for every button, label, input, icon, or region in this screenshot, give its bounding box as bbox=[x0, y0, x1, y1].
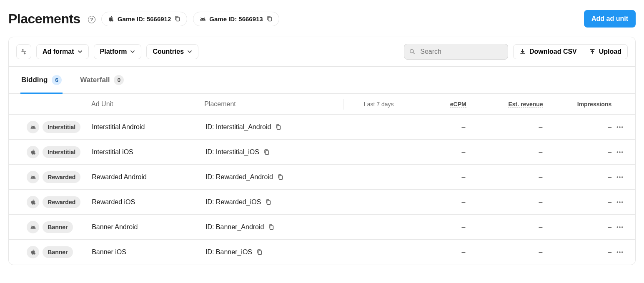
tab-count: 0 bbox=[114, 75, 124, 85]
table-body: InterstitialInterstitial AndroidID: Inte… bbox=[9, 115, 635, 265]
copy-icon[interactable] bbox=[266, 15, 273, 22]
placements-panel: Ad format Platform Countries Download CS… bbox=[8, 37, 636, 265]
ad-unit-name: Interstitial iOS bbox=[92, 148, 205, 156]
revenue-value: – bbox=[465, 223, 542, 231]
apple-icon bbox=[27, 196, 39, 208]
android-icon bbox=[27, 221, 39, 233]
revenue-value: – bbox=[465, 173, 542, 181]
android-icon bbox=[199, 15, 206, 22]
table-row[interactable]: BannerBanner AndroidID: Banner_Android––… bbox=[9, 215, 635, 240]
filter-countries[interactable]: Countries bbox=[146, 44, 198, 59]
page-title: Placements bbox=[8, 11, 80, 27]
ecpm-value: – bbox=[392, 223, 465, 231]
row-actions-button[interactable] bbox=[614, 122, 625, 133]
divider bbox=[343, 99, 343, 110]
download-upload-group: Download CSV Upload bbox=[513, 44, 628, 59]
table-row[interactable]: InterstitialInterstitial AndroidID: Inte… bbox=[9, 115, 635, 140]
impressions-value: – bbox=[542, 173, 611, 181]
table-row[interactable]: RewardedRewarded iOSID: Rewarded_iOS––– bbox=[9, 190, 635, 215]
ad-unit-name: Banner Android bbox=[92, 223, 205, 231]
table-row[interactable]: BannerBanner iOSID: Banner_iOS––– bbox=[9, 240, 635, 265]
download-icon bbox=[519, 48, 526, 55]
table-row[interactable]: InterstitialInterstitial iOSID: Intersti… bbox=[9, 140, 635, 165]
col-ecpm: eCPM bbox=[393, 101, 466, 108]
android-icon bbox=[27, 121, 39, 133]
sort-icon bbox=[20, 48, 28, 55]
ad-unit-name: Rewarded Android bbox=[92, 173, 205, 181]
table-row[interactable]: RewardedRewarded AndroidID: Rewarded_And… bbox=[9, 165, 635, 190]
ad-unit-name: Rewarded iOS bbox=[92, 198, 205, 206]
row-actions-button[interactable] bbox=[614, 197, 625, 208]
placement-id: ID: Banner_iOS bbox=[205, 248, 252, 256]
row-actions-button[interactable] bbox=[614, 172, 625, 183]
row-actions-button[interactable] bbox=[614, 222, 625, 233]
impressions-value: – bbox=[542, 248, 611, 256]
filter-label: Platform bbox=[100, 48, 127, 55]
ecpm-value: – bbox=[392, 173, 465, 181]
revenue-value: – bbox=[465, 198, 542, 206]
row-actions-button[interactable] bbox=[614, 147, 625, 158]
col-placement: Placement bbox=[204, 100, 341, 108]
search-icon bbox=[409, 48, 415, 55]
copy-icon[interactable] bbox=[277, 174, 284, 180]
impressions-value: – bbox=[542, 223, 611, 231]
help-icon[interactable]: ? bbox=[88, 16, 95, 23]
button-label: Download CSV bbox=[529, 48, 577, 55]
chevron-down-icon bbox=[130, 49, 135, 54]
tab-bidding[interactable]: Bidding 6 bbox=[20, 67, 63, 94]
button-label: Upload bbox=[599, 48, 621, 55]
copy-icon[interactable] bbox=[265, 199, 272, 205]
filter-label: Ad format bbox=[43, 48, 74, 55]
placement-id: ID: Interstitial_iOS bbox=[205, 148, 259, 156]
filter-label: Countries bbox=[153, 48, 184, 55]
impressions-value: – bbox=[542, 148, 611, 156]
col-impressions: Impressions bbox=[543, 101, 612, 108]
chevron-down-icon bbox=[187, 49, 192, 54]
format-chip: Interstitial bbox=[43, 121, 80, 133]
tab-waterfall[interactable]: Waterfall 0 bbox=[79, 67, 125, 94]
placement-id: ID: Rewarded_Android bbox=[205, 173, 273, 181]
chevron-down-icon bbox=[78, 49, 83, 54]
copy-icon[interactable] bbox=[174, 15, 181, 22]
format-chip: Interstitial bbox=[43, 146, 80, 158]
search-input-wrap[interactable] bbox=[404, 44, 508, 60]
revenue-value: – bbox=[465, 123, 542, 131]
filter-platform[interactable]: Platform bbox=[94, 44, 142, 59]
android-icon bbox=[27, 171, 39, 183]
page-header: Placements ? Game ID: 5666912 Game ID: 5… bbox=[8, 10, 636, 28]
placement-id: ID: Interstitial_Android bbox=[205, 123, 271, 131]
col-last7: Last 7 days bbox=[345, 101, 393, 108]
impressions-value: – bbox=[542, 123, 611, 131]
ecpm-value: – bbox=[392, 148, 465, 156]
search-input[interactable] bbox=[419, 48, 503, 56]
apple-icon bbox=[108, 15, 114, 22]
download-csv-button[interactable]: Download CSV bbox=[513, 44, 583, 59]
impressions-value: – bbox=[542, 198, 611, 206]
copy-icon[interactable] bbox=[268, 224, 275, 230]
format-chip: Banner bbox=[43, 221, 73, 233]
upload-button[interactable]: Upload bbox=[583, 44, 628, 59]
table-header: Ad Unit Placement Last 7 days eCPM Est. … bbox=[9, 94, 635, 115]
add-ad-unit-button[interactable]: Add ad unit bbox=[584, 10, 636, 28]
revenue-value: – bbox=[465, 248, 542, 256]
placement-id: ID: Rewarded_iOS bbox=[205, 198, 261, 206]
filter-ad-format[interactable]: Ad format bbox=[36, 44, 89, 59]
tab-label: Waterfall bbox=[80, 76, 110, 84]
copy-icon[interactable] bbox=[275, 124, 282, 130]
sort-button[interactable] bbox=[16, 44, 31, 59]
revenue-value: – bbox=[465, 148, 542, 156]
ad-unit-name: Banner iOS bbox=[92, 248, 205, 256]
tab-label: Bidding bbox=[21, 76, 48, 84]
game-id-label: Game ID: 5666912 bbox=[118, 15, 171, 23]
game-id-chip-apple: Game ID: 5666912 bbox=[101, 12, 187, 26]
format-chip: Rewarded bbox=[43, 171, 80, 183]
placement-id: ID: Banner_Android bbox=[205, 223, 264, 231]
ecpm-value: – bbox=[392, 248, 465, 256]
copy-icon[interactable] bbox=[263, 149, 270, 155]
row-actions-button[interactable] bbox=[614, 247, 625, 258]
ecpm-value: – bbox=[392, 198, 465, 206]
game-id-chip-android: Game ID: 5666913 bbox=[193, 12, 279, 26]
upload-icon bbox=[589, 48, 596, 55]
ad-unit-name: Interstitial Android bbox=[92, 123, 205, 131]
copy-icon[interactable] bbox=[256, 249, 263, 255]
